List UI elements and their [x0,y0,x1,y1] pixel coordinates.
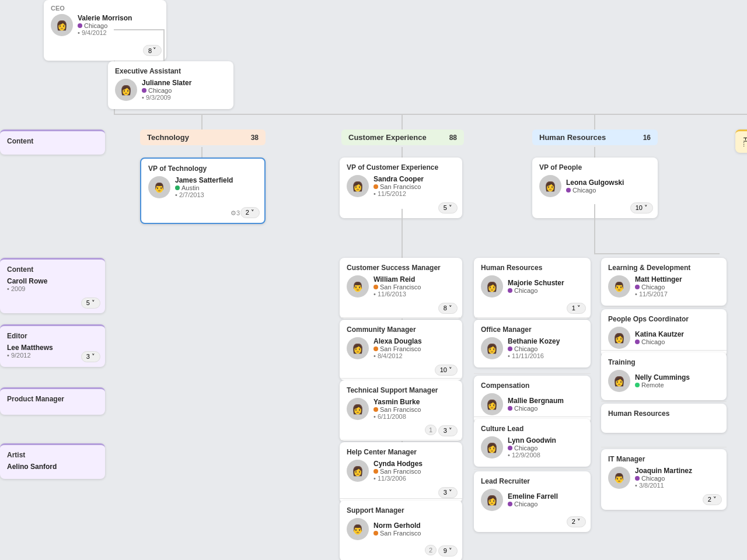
hcm-expand-btn[interactable]: 3 ˅ [438,487,458,498]
vp-cx-loc-dot [374,184,378,189]
poc-title: People Ops Coordinator [608,315,720,323]
dept-hr-header[interactable]: Human Resources 16 [532,130,658,145]
exec-assistant-card: Executive Assistant 👩 Julianne Slater Ch… [108,61,233,109]
hcm-location: San Francisco [374,468,423,475]
ld-div4 [601,447,727,447]
dept-tech-header[interactable]: Technology 38 [140,130,266,145]
hr-sub-expand-btn[interactable]: 1 ˅ [567,303,586,314]
it-expand-btn[interactable]: 2 ˅ [703,494,722,505]
om-date: • 11/11/2016 [508,352,560,359]
org-chart-canvas: CEO 👩 Valerie Morrison Chicago • 9/4/201… [0,0,747,560]
cm-expand-btn[interactable]: 10 ˅ [435,365,458,376]
cx-div3 [340,440,462,440]
dept-hr-label: Human Resources [539,133,606,142]
vp-cx-location: San Francisco [374,183,424,190]
cs2-title: Editor [7,332,98,340]
hr-div2 [474,373,591,374]
content-partial-card[interactable]: Content [0,130,105,155]
training-card[interactable]: Training 👩 Nelly Cummings Remote [601,352,727,400]
om-name: Bethanie Kozey [508,337,560,345]
training-avatar: 👩 [608,370,630,392]
ld-div1 [601,307,727,307]
cl-card[interactable]: Culture Lead 👩 Lynn Goodwin Chicago • 12… [474,419,591,467]
exec-avatar: 👩 [115,79,137,101]
cs3-title: Product Manager [7,395,98,403]
content-sub2[interactable]: Editor Lee Matthews • 9/2012 3 ˅ [0,324,105,367]
hcm-card[interactable]: Help Center Manager 👩 Cynda Hodges San F… [340,442,462,503]
cm-name: Alexa Douglas [374,337,422,345]
ld-vp-location: Chicago [635,284,682,290]
vp-cx-date: • 11/5/2012 [374,190,424,197]
tsm-expand-btn[interactable]: 3 ˅ [438,425,458,436]
dept-cx-label: Customer Experience [348,133,427,142]
hr-ld-card[interactable]: Human Resources [601,404,727,433]
cs2-name: Lee Matthews [7,344,98,352]
lr-card[interactable]: Lead Recruiter 👩 Emeline Farrell Chicago… [474,471,591,532]
content-title: Content [7,137,98,145]
conn-hr-down [594,204,595,253]
exec-date: • 9/3/2009 [142,94,191,101]
tsm-card[interactable]: Technical Support Manager 👩 Yasmin Burke… [340,380,462,441]
hr-sub-card[interactable]: Human Resources 👩 Majorie Schuster Chica… [474,258,591,318]
tsm-count-left: 1 [425,425,437,435]
content-sub4[interactable]: Artist Aelino Sanford [0,443,105,479]
dept-cx-header[interactable]: Customer Experience 88 [341,130,464,145]
dept-cx-count: 88 [449,134,457,142]
vp-hr-location: Chicago [566,187,624,194]
vp-cx-expand-btn[interactable]: 5 ˅ [438,202,458,214]
csm-date: • 11/6/2013 [374,290,421,298]
connector-exec-v [163,29,165,64]
csm-card[interactable]: Customer Success Manager 👨 William Reid … [340,258,462,318]
cm-card[interactable]: Community Manager 👩 Alexa Douglas San Fr… [340,320,462,380]
om-avatar: 👩 [481,337,503,359]
lr-location: Chicago [508,501,558,508]
exec-location: Chicago [142,87,191,94]
fin-label: Fi... [742,137,747,147]
fin-partial-header[interactable]: Fi... [735,130,747,153]
vp-cx-card[interactable]: VP of Customer Experience 👩 Sandra Coope… [340,158,462,218]
ld-div2 [601,350,727,351]
training-location: Remote [635,382,690,388]
ld-vp-avatar: 👨 [608,275,630,298]
cs1-expand[interactable]: 5 ˅ [81,298,100,309]
vp-hr-expand-btn[interactable]: 10 ˅ [630,202,653,214]
csm-expand-btn[interactable]: 8 ˅ [438,303,458,314]
ceo-expand-btn[interactable]: 8 ˅ [143,45,162,56]
poc-avatar: 👩 [608,327,630,349]
ld-vp-card[interactable]: Learning & Development 👨 Matt Hettinger … [601,258,727,306]
om-card[interactable]: Office Manager 👩 Bethanie Kozey Chicago … [474,320,591,368]
content-sub3[interactable]: Product Manager [0,387,105,415]
sm-expand-btn[interactable]: 9 ˅ [438,545,458,556]
hcm-name: Cynda Hodges [374,460,423,468]
hcm-avatar: 👩 [347,460,369,482]
poc-name: Katina Kautzer [635,330,684,338]
content-sub1[interactable]: Content Caroll Rowe • 2009 5 ˅ [0,258,105,313]
it-card[interactable]: IT Manager 👨 Joaquin Martinez Chicago • … [601,449,727,510]
lr-expand-btn[interactable]: 2 ˅ [567,516,586,527]
ld-header-title: Learning & Development [608,264,720,272]
cm-avatar: 👩 [347,337,369,359]
cx-div4 [340,498,462,499]
vp-tech-name: James Satterfield [175,176,233,184]
ld-div3 [601,401,727,402]
sm-card[interactable]: Support Manager 👨 Norm Gerhold San Franc… [340,501,462,560]
cs2-expand[interactable]: 3 ˅ [81,351,100,362]
vp-cx-name: Sandra Cooper [374,175,424,183]
comp-location: Chicago [508,405,564,412]
hr-sub-avatar: 👩 [481,275,503,298]
hr-ld-title: Human Resources [608,410,720,418]
ceo-card: CEO 👩 Valerie Morrison Chicago • 9/4/201… [44,0,166,61]
dept-hr-count: 16 [643,134,651,142]
sm-count-left: 2 [425,545,437,555]
it-name: Joaquin Martinez [635,467,692,475]
exec-title: Executive Assistant [115,67,226,75]
vp-tech-expand-btn[interactable]: 2 ˅ [240,207,260,218]
sm-name: Norm Gerhold [374,522,421,530]
vp-tech-card[interactable]: VP of Technology 👨 James Satterfield Aus… [140,158,266,224]
comp-avatar: 👩 [481,393,503,415]
tsm-location: San Francisco [374,406,421,413]
hcm-date: • 11/3/2006 [374,475,423,482]
sm-avatar: 👨 [347,518,369,540]
tsm-date: • 6/11/2008 [374,413,421,420]
csm-title: Customer Success Manager [347,264,455,272]
